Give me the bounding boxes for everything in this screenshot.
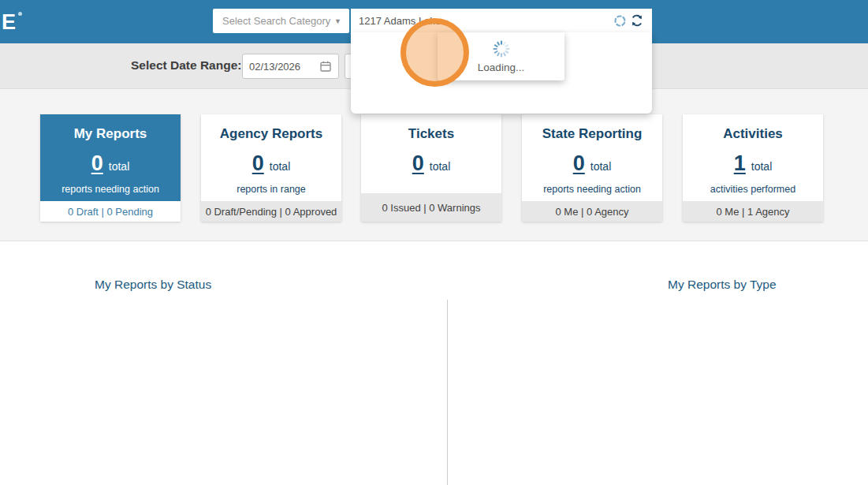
card-footer-links[interactable]: 0 Me | 0 Agency — [522, 201, 662, 222]
card-footer-links[interactable]: 0 Me | 1 Agency — [683, 201, 823, 222]
card-subtitle: reports needing action — [543, 184, 641, 195]
card-count-label: total — [109, 160, 129, 173]
card-tickets[interactable]: Tickets 0 total 0 Issued | 0 Warnings — [361, 114, 501, 222]
card-title: State Reporting — [542, 126, 643, 142]
search-results-popup: Loading... — [351, 32, 652, 114]
app-logo-letter: E — [2, 10, 17, 34]
calendar-glyph — [319, 60, 332, 73]
card-activities[interactable]: Activities 1 total activities performed … — [683, 114, 823, 222]
loading-spinner-icon — [492, 39, 511, 58]
logo-registered-dot-icon — [18, 12, 22, 16]
dashboard-app: E Select Search Category ▼ — [0, 0, 868, 485]
start-date-input[interactable] — [249, 61, 314, 73]
refresh-icon[interactable] — [628, 12, 646, 29]
card-count-link[interactable]: 1 — [734, 151, 746, 176]
calendar-icon[interactable] — [319, 60, 332, 73]
card-body: Activities 1 total activities performed — [683, 114, 823, 201]
card-body: Tickets 0 total — [361, 114, 501, 193]
card-title: Tickets — [408, 126, 454, 142]
loading-text: Loading... — [478, 62, 524, 73]
refresh-arrows-glyph — [630, 13, 644, 28]
card-footer-links[interactable]: 0 Draft/Pending | 0 Approved — [201, 201, 341, 222]
charts-section: My Reports by Status My Reports by Type — [0, 241, 868, 485]
card-footer-links[interactable]: 0 Issued | 0 Warnings — [361, 193, 501, 222]
card-title: Activities — [723, 126, 783, 142]
card-body: State Reporting 0 total reports needing … — [522, 114, 662, 201]
card-my-reports[interactable]: My Reports 0 total reports needing actio… — [40, 114, 181, 222]
card-count-label: total — [270, 160, 290, 173]
search-category-placeholder: Select Search Category — [222, 15, 330, 27]
card-count-link[interactable]: 0 — [91, 151, 103, 176]
chevron-down-icon: ▼ — [334, 17, 341, 25]
card-body: Agency Reports 0 total reports in range — [201, 114, 341, 201]
start-date-field — [242, 54, 339, 79]
card-count-label: total — [430, 160, 450, 173]
card-title: Agency Reports — [220, 126, 322, 142]
date-range-label: Select Date Range: — [131, 58, 241, 73]
card-count-link[interactable]: 0 — [252, 151, 264, 176]
card-state-reporting[interactable]: State Reporting 0 total reports needing … — [522, 114, 662, 222]
card-count-link[interactable]: 0 — [573, 151, 585, 176]
card-footer-links[interactable]: 0 Draft | 0 Pending — [40, 201, 181, 222]
loading-indicator-card: Loading... — [438, 32, 564, 80]
app-logo[interactable]: E — [2, 10, 17, 35]
chart-title-reports-by-status: My Reports by Status — [95, 278, 211, 292]
chart-title-reports-by-type: My Reports by Type — [668, 278, 777, 292]
card-count-row: 1 total — [734, 151, 773, 176]
card-count-label: total — [590, 160, 611, 173]
card-count-row: 0 total — [412, 151, 451, 176]
card-count-row: 0 total — [573, 151, 612, 176]
card-subtitle: reports needing action — [61, 184, 159, 195]
card-title: My Reports — [74, 126, 147, 142]
search-category-dropdown[interactable]: Select Search Category ▼ — [213, 9, 349, 33]
card-count-label: total — [751, 160, 772, 173]
card-subtitle: activities performed — [710, 184, 795, 195]
card-agency-reports[interactable]: Agency Reports 0 total reports in range … — [201, 114, 341, 222]
card-count-row: 0 total — [91, 151, 130, 176]
global-search-bar — [351, 9, 652, 32]
card-count-link[interactable]: 0 — [412, 151, 424, 176]
card-subtitle: reports in range — [237, 184, 306, 195]
card-count-row: 0 total — [252, 151, 291, 176]
search-input[interactable] — [359, 15, 612, 27]
card-body: My Reports 0 total reports needing actio… — [40, 114, 181, 201]
sync-spinner-icon[interactable] — [612, 13, 628, 29]
dashed-circle-spinner-glyph — [613, 14, 627, 28]
chart-divider-line — [447, 300, 448, 485]
